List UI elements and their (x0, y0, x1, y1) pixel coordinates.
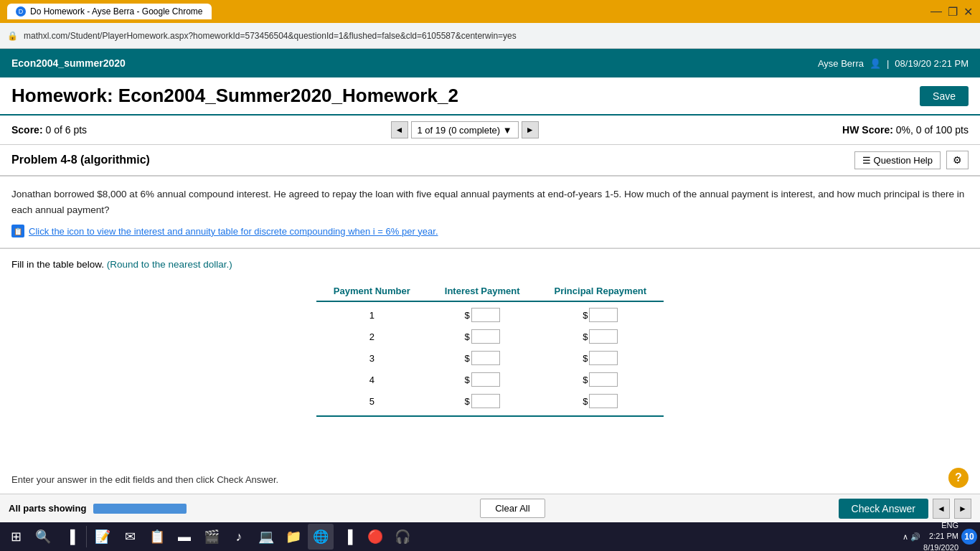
principal-repayment-cell: $ (537, 326, 664, 347)
app-header-title: Econ2004_summer2020 (11, 57, 126, 69)
table-row: 4$$ (316, 369, 664, 390)
nav-label: 1 of 19 (0 complete) ▼ (411, 121, 519, 138)
score-label: Score: (11, 124, 43, 136)
interest-input-4[interactable] (471, 372, 500, 387)
person-icon: 👤 (870, 58, 881, 69)
interest-payment-cell: $ (428, 369, 537, 390)
interest-payment-cell: $ (428, 390, 537, 416)
table-row: 5$$ (316, 390, 664, 416)
payment-number-cell: 2 (316, 326, 428, 347)
app-header-sep: | (887, 58, 889, 69)
principal-input-3[interactable] (589, 351, 618, 365)
interest-payment-cell: $ (428, 326, 537, 347)
principal-repayment-cell: $ (537, 301, 664, 326)
tab-label: Do Homework - Ayse Berra - Google Chrome (30, 6, 203, 17)
page-title-bar: Homework: Econ2004_Summer2020_Homework_2… (0, 77, 980, 116)
annuity-link-text: Click the icon to view the interest and … (29, 226, 438, 237)
score-display: Score: 0 of 6 pts (11, 124, 87, 136)
principal-input-5[interactable] (589, 394, 618, 408)
browser-titlebar: D Do Homework - Ayse Berra - Google Chro… (0, 0, 980, 23)
address-text[interactable]: mathxl.com/Student/PlayerHomework.aspx?h… (24, 31, 973, 41)
fill-instruction: Fill in the table below. (Round to the n… (11, 259, 969, 270)
book-icon: 📋 (11, 225, 24, 237)
browser-window-controls: — ❐ ✕ (930, 5, 973, 19)
principal-repayment-cell: $ (537, 369, 664, 390)
principal-dollar-sign: $ (583, 353, 588, 364)
principal-repayment-cell: $ (537, 347, 664, 369)
principal-input-2[interactable] (589, 329, 618, 344)
table-row: 3$$ (316, 347, 664, 369)
gear-icon: ⚙ (953, 154, 962, 166)
interest-input-3[interactable] (471, 351, 500, 365)
interest-dollar-sign: $ (465, 353, 470, 364)
interest-dollar-sign: $ (465, 331, 470, 342)
problem-header: Problem 4-8 (algorithmic) ☰ Question Hel… (0, 145, 980, 176)
hw-score-display: HW Score: 0%, 0 of 100 pts (842, 124, 969, 136)
save-button[interactable]: Save (920, 86, 969, 106)
principal-repayment-cell: $ (537, 390, 664, 416)
principal-input-1[interactable] (589, 308, 618, 322)
app-datetime: 08/19/20 2:21 PM (895, 58, 969, 69)
table-section: Fill in the table below. (Round to the n… (0, 249, 980, 427)
browser-tab[interactable]: D Do Homework - Ayse Berra - Google Chro… (7, 4, 212, 19)
interest-payment-cell: $ (428, 301, 537, 326)
payment-number-cell: 4 (316, 369, 428, 390)
interest-dollar-sign: $ (465, 396, 470, 407)
app-username: Ayse Berra (818, 58, 864, 69)
round-note: (Round to the nearest dollar.) (107, 259, 232, 270)
list-icon: ☰ (862, 155, 871, 166)
gear-button[interactable]: ⚙ (946, 151, 969, 169)
hw-score-label: HW Score: (842, 124, 893, 136)
principal-dollar-sign: $ (583, 331, 588, 342)
app-header: Econ2004_summer2020 Ayse Berra 👤 | 08/19… (0, 49, 980, 77)
maximize-button[interactable]: ❐ (948, 5, 958, 19)
score-value: 0 of 6 pts (45, 124, 87, 136)
minimize-button[interactable]: — (930, 5, 942, 19)
interest-input-1[interactable] (471, 308, 500, 322)
lock-icon: 🔒 (7, 31, 18, 41)
score-bar: Score: 0 of 6 pts ◄ 1 of 19 (0 complete)… (0, 116, 980, 145)
payment-number-cell: 1 (316, 301, 428, 326)
principal-dollar-sign: $ (583, 375, 588, 385)
interest-dollar-sign: $ (465, 310, 470, 321)
payment-number-cell: 3 (316, 347, 428, 369)
problem-title: Problem 4-8 (algorithmic) (11, 154, 150, 166)
table-row: 1$$ (316, 301, 664, 326)
close-button[interactable]: ✕ (963, 5, 973, 19)
problem-actions: ☰ Question Help ⚙ (854, 151, 969, 169)
col-payment-number: Payment Number (316, 281, 428, 301)
data-table-wrapper: Payment Number Interest Payment Principa… (11, 281, 969, 417)
table-header-row: Payment Number Interest Payment Principa… (316, 281, 664, 301)
table-row: 2$$ (316, 326, 664, 347)
principal-dollar-sign: $ (583, 396, 588, 407)
payment-table: Payment Number Interest Payment Principa… (316, 281, 664, 417)
payment-number-cell: 5 (316, 390, 428, 416)
nav-prev-button[interactable]: ◄ (391, 121, 408, 138)
nav-next-button[interactable]: ► (522, 121, 539, 138)
interest-input-2[interactable] (471, 329, 500, 344)
principal-input-4[interactable] (589, 372, 618, 387)
hw-score-value: 0%, 0 of 100 pts (896, 124, 969, 136)
problem-content: Jonathan borrowed $8,000 at 6% annual co… (0, 176, 980, 248)
question-help-button[interactable]: ☰ Question Help (854, 151, 941, 169)
interest-dollar-sign: $ (465, 375, 470, 385)
interest-payment-cell: $ (428, 347, 537, 369)
col-interest-payment: Interest Payment (428, 281, 537, 301)
page-title: Homework: Econ2004_Summer2020_Homework_2 (11, 85, 458, 107)
browser-addressbar: 🔒 mathxl.com/Student/PlayerHomework.aspx… (0, 23, 980, 49)
interest-input-5[interactable] (471, 394, 500, 408)
problem-text: Jonathan borrowed $8,000 at 6% annual co… (11, 187, 969, 217)
annuity-link[interactable]: 📋 Click the icon to view the interest an… (11, 225, 969, 237)
tab-favicon: D (16, 6, 26, 17)
app-header-right: Ayse Berra 👤 | 08/19/20 2:21 PM (818, 58, 969, 69)
question-nav-controls: ◄ 1 of 19 (0 complete) ▼ ► (391, 121, 539, 138)
col-principal-repayment: Principal Repayment (537, 281, 664, 301)
principal-dollar-sign: $ (583, 310, 588, 321)
